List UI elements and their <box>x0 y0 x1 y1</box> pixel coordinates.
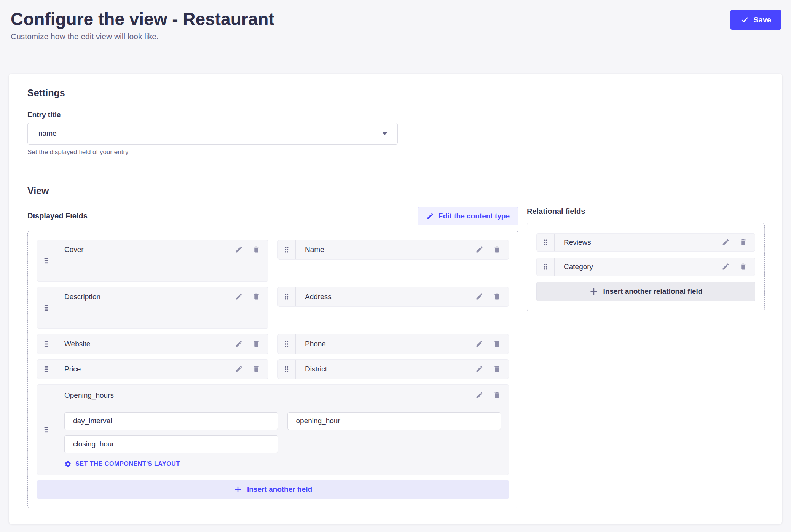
edit-field-button[interactable] <box>722 238 730 246</box>
insert-relational-field-label: Insert another relational field <box>603 287 703 296</box>
drag-handle[interactable] <box>537 258 555 276</box>
field-card-price: Price <box>37 359 268 379</box>
field-label: Name <box>305 245 324 254</box>
delete-field-button[interactable] <box>493 245 501 253</box>
drag-handle[interactable] <box>37 385 55 475</box>
drag-handle-icon <box>283 245 290 254</box>
relational-card-reviews: Reviews <box>536 233 755 252</box>
drag-handle-icon <box>542 238 549 247</box>
field-actions <box>235 245 260 253</box>
drag-handle-icon <box>42 256 50 265</box>
drag-handle[interactable] <box>537 234 555 251</box>
edit-field-button[interactable] <box>475 293 483 301</box>
field-label: Opening_hours <box>64 391 114 400</box>
field-card-content: Price <box>55 360 268 379</box>
edit-field-button[interactable] <box>235 365 243 373</box>
trash-icon <box>739 238 747 246</box>
drag-handle-icon <box>42 340 50 348</box>
delete-field-button[interactable] <box>493 293 501 301</box>
delete-field-button[interactable] <box>252 245 260 253</box>
displayed-fields-dropzone: Cover Name <box>27 231 518 508</box>
insert-another-field-button[interactable]: Insert another field <box>37 480 509 499</box>
page-header: Configure the view - Restaurant Customiz… <box>0 0 791 41</box>
edit-field-button[interactable] <box>235 340 243 348</box>
insert-relational-field-button[interactable]: Insert another relational field <box>536 282 755 301</box>
field-card-opening-hours: Opening_hours day_interval opening_hour … <box>37 384 509 475</box>
field-actions <box>475 245 501 253</box>
drag-handle-icon <box>42 304 50 312</box>
view-layout-row: Displayed Fields Edit the content type C… <box>27 207 764 508</box>
field-label: Price <box>64 365 81 373</box>
subfield-opening-hour[interactable]: opening_hour <box>287 412 501 430</box>
trash-icon <box>493 340 501 348</box>
field-label: Website <box>64 340 90 348</box>
delete-field-button[interactable] <box>252 293 260 301</box>
delete-field-button[interactable] <box>739 263 747 271</box>
drag-handle[interactable] <box>37 334 55 354</box>
set-component-layout-button[interactable]: SET THE COMPONENT'S LAYOUT <box>64 460 501 468</box>
save-button-label: Save <box>753 16 771 24</box>
trash-icon <box>493 391 501 399</box>
field-card-cover: Cover <box>37 240 268 282</box>
view-heading: View <box>27 185 764 196</box>
trash-icon <box>252 340 260 348</box>
drag-handle-icon <box>283 293 290 301</box>
component-content: Opening_hours day_interval opening_hour … <box>55 385 509 475</box>
displayed-fields-label: Displayed Fields <box>27 212 88 220</box>
field-label: Cover <box>64 245 84 254</box>
pencil-icon <box>426 212 434 220</box>
configure-view-panel: Settings Entry title name Set the displa… <box>9 74 782 524</box>
field-actions <box>235 340 260 348</box>
delete-field-button[interactable] <box>493 391 501 399</box>
edit-field-button[interactable] <box>235 245 243 253</box>
edit-field-button[interactable] <box>475 391 483 399</box>
pencil-icon <box>475 391 483 399</box>
drag-handle[interactable] <box>278 360 296 379</box>
delete-field-button[interactable] <box>739 238 747 246</box>
field-actions <box>475 293 501 301</box>
save-button[interactable]: Save <box>730 10 781 30</box>
subfield-day-interval[interactable]: day_interval <box>64 412 278 430</box>
plus-icon <box>589 287 598 296</box>
field-actions <box>475 365 501 373</box>
delete-field-button[interactable] <box>493 365 501 373</box>
pencil-icon <box>475 365 483 373</box>
drag-handle[interactable] <box>278 240 296 259</box>
drag-handle[interactable] <box>278 334 296 354</box>
drag-handle[interactable] <box>37 240 55 281</box>
relational-fields-dropzone: Reviews Category <box>527 223 765 311</box>
trash-icon <box>493 293 501 301</box>
field-actions <box>722 238 747 246</box>
edit-content-type-button[interactable]: Edit the content type <box>418 207 518 225</box>
trash-icon <box>252 245 260 253</box>
edit-field-button[interactable] <box>475 340 483 348</box>
field-card-content: Website <box>55 334 268 354</box>
field-card-content: Cover <box>55 240 268 281</box>
entry-title-select[interactable]: name <box>27 123 398 145</box>
pencil-icon <box>235 340 243 348</box>
field-card-content: Category <box>555 258 755 276</box>
component-header: Opening_hours <box>64 391 501 400</box>
delete-field-button[interactable] <box>252 340 260 348</box>
edit-field-button[interactable] <box>235 293 243 301</box>
drag-handle[interactable] <box>278 287 296 306</box>
drag-handle-icon <box>283 365 290 373</box>
displayed-fields-column: Displayed Fields Edit the content type C… <box>27 207 518 508</box>
subfield-closing-hour[interactable]: closing_hour <box>64 435 278 453</box>
delete-field-button[interactable] <box>493 340 501 348</box>
relational-fields-heading: Relational fields <box>527 207 765 216</box>
field-card-website: Website <box>37 334 268 354</box>
field-card-content: Name <box>296 240 509 259</box>
trash-icon <box>252 365 260 373</box>
delete-field-button[interactable] <box>252 365 260 373</box>
pencil-icon <box>235 365 243 373</box>
drag-handle[interactable] <box>37 287 55 328</box>
drag-handle[interactable] <box>37 360 55 379</box>
relational-card-category: Category <box>536 258 755 276</box>
trash-icon <box>493 245 501 253</box>
page-header-text: Configure the view - Restaurant Customiz… <box>11 9 274 41</box>
pencil-icon <box>235 293 243 301</box>
edit-field-button[interactable] <box>722 263 730 271</box>
edit-field-button[interactable] <box>475 365 483 373</box>
edit-field-button[interactable] <box>475 245 483 253</box>
